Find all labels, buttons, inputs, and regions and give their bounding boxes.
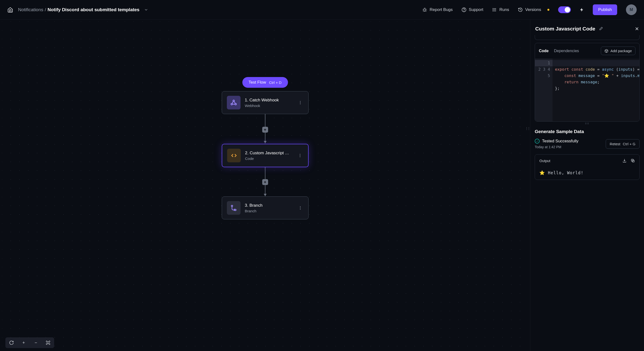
- edit-icon[interactable]: [599, 26, 603, 31]
- arrow-icon: [264, 194, 267, 196]
- svg-point-9: [233, 100, 234, 101]
- flow-canvas[interactable]: Test Flow Ctrl + D + + 1. Catch Webhook …: [0, 19, 530, 351]
- flow-node-webhook[interactable]: 1. Catch Webhook Webhook: [222, 91, 308, 114]
- svg-rect-23: [47, 342, 49, 344]
- line-gutter: 12 3 4 5: [535, 58, 552, 121]
- svg-point-17: [300, 156, 300, 157]
- detail-panel: Custom Javascript Code Code Dependencies…: [530, 19, 644, 351]
- svg-point-6: [493, 8, 494, 9]
- svg-point-12: [300, 101, 300, 102]
- node-title: 2. Custom Javascript …: [245, 151, 292, 155]
- svg-point-15: [300, 154, 300, 155]
- breadcrumb: Notifications / Notify Discord about sub…: [18, 7, 148, 12]
- test-status: Tested Successfully: [542, 139, 578, 144]
- flow-node-code[interactable]: 2. Custom Javascript … Code: [222, 144, 308, 167]
- support-label: Support: [469, 7, 484, 12]
- breadcrumb-parent[interactable]: Notifications: [18, 7, 44, 12]
- test-flow-label: Test Flow: [248, 80, 266, 85]
- code-icon: [227, 149, 241, 162]
- check-icon: ✓: [535, 139, 540, 144]
- canvas-controls: + −: [5, 337, 54, 348]
- runs-link[interactable]: Runs: [492, 7, 509, 12]
- bolt-icon: [580, 7, 584, 12]
- breadcrumb-current[interactable]: Notify Discord about submitted templates: [48, 7, 140, 12]
- versions-label: Versions: [525, 7, 541, 12]
- node-menu-button[interactable]: [297, 152, 303, 159]
- node-menu-button[interactable]: [297, 205, 304, 211]
- versions-link[interactable]: Versions: [518, 7, 541, 12]
- arrow-icon: [264, 141, 267, 143]
- test-timestamp: Today at 1:42 PM: [535, 145, 578, 149]
- branch-icon: [227, 201, 240, 215]
- svg-point-11: [235, 103, 236, 105]
- svg-point-20: [300, 206, 300, 207]
- output-box: Output ⭐ Hello, World!: [535, 154, 640, 180]
- add-step-button[interactable]: +: [262, 179, 268, 185]
- svg-point-8: [493, 11, 494, 11]
- code-section: Code Dependencies Add package 12 3 4 5 e…: [535, 43, 640, 122]
- bug-icon: [422, 7, 427, 12]
- panel-resize-handle[interactable]: ⋮⋮: [525, 127, 530, 130]
- output-text: Hello, World!: [548, 170, 584, 175]
- header: Notifications / Notify Discord about sub…: [0, 0, 644, 19]
- svg-point-21: [300, 208, 300, 208]
- flow-node-branch[interactable]: 3. Branch Branch: [222, 196, 308, 219]
- sample-title: Generate Sample Data: [535, 129, 640, 134]
- panel-title: Custom Javascript Code: [535, 26, 595, 32]
- breadcrumb-separator: /: [45, 7, 46, 12]
- add-package-label: Add package: [610, 49, 632, 53]
- collapsed-section[interactable]: [535, 35, 640, 40]
- output-value: ⭐ Hello, World!: [535, 167, 639, 180]
- home-button[interactable]: [7, 7, 13, 13]
- mode-toggle[interactable]: [558, 6, 571, 13]
- sample-data-section: Generate Sample Data ✓ Tested Successful…: [530, 125, 644, 180]
- retest-kbd: Ctrl + G: [623, 142, 636, 146]
- output-label: Output: [539, 159, 550, 163]
- svg-rect-0: [424, 8, 426, 11]
- vertical-resize-handle[interactable]: ⠿⠿: [530, 123, 644, 125]
- package-icon: [604, 49, 608, 53]
- node-title: 3. Branch: [245, 203, 293, 208]
- copy-icon[interactable]: [630, 158, 635, 163]
- close-icon[interactable]: [635, 26, 639, 31]
- chevron-down-icon[interactable]: [144, 7, 148, 12]
- svg-point-7: [493, 9, 494, 10]
- test-flow-button[interactable]: Test Flow Ctrl + D: [242, 77, 288, 88]
- support-link[interactable]: Support: [462, 7, 484, 12]
- node-subtitle: Code: [245, 156, 292, 161]
- retest-label: Retest: [610, 142, 620, 146]
- tab-code[interactable]: Code: [539, 49, 548, 53]
- add-package-button[interactable]: Add package: [601, 46, 636, 55]
- zoom-in-button[interactable]: +: [18, 337, 30, 348]
- test-flow-kbd: Ctrl + D: [269, 80, 282, 85]
- svg-point-22: [300, 209, 300, 210]
- node-subtitle: Branch: [245, 209, 293, 213]
- node-menu-button[interactable]: [297, 99, 304, 106]
- refresh-button[interactable]: [5, 337, 18, 348]
- avatar[interactable]: M: [626, 4, 637, 15]
- code-editor[interactable]: 12 3 4 5 export const code = async (inpu…: [535, 58, 639, 121]
- svg-point-2: [464, 11, 464, 11]
- download-icon[interactable]: [622, 158, 627, 163]
- tab-dependencies[interactable]: Dependencies: [554, 49, 579, 53]
- node-subtitle: Webhook: [245, 104, 293, 108]
- webhook-icon: [227, 96, 240, 109]
- star-icon: ⭐: [539, 170, 545, 175]
- node-title: 1. Catch Webhook: [245, 98, 293, 103]
- status-dot: [548, 9, 549, 11]
- report-bugs-label: Report Bugs: [430, 7, 453, 12]
- help-icon: [462, 7, 466, 12]
- fit-view-button[interactable]: [42, 337, 54, 348]
- publish-button[interactable]: Publish: [593, 4, 617, 15]
- svg-point-14: [300, 104, 300, 104]
- report-bugs-link[interactable]: Report Bugs: [422, 7, 453, 12]
- svg-point-13: [300, 102, 300, 103]
- code-content: export const code = async (inputs) => { …: [552, 58, 639, 121]
- retest-button[interactable]: Retest Ctrl + G: [606, 139, 640, 149]
- zoom-out-button[interactable]: −: [30, 337, 42, 348]
- runs-label: Runs: [499, 7, 509, 12]
- svg-point-16: [300, 155, 300, 156]
- svg-point-18: [231, 205, 233, 207]
- add-step-button[interactable]: +: [262, 127, 268, 133]
- list-icon: [492, 7, 497, 12]
